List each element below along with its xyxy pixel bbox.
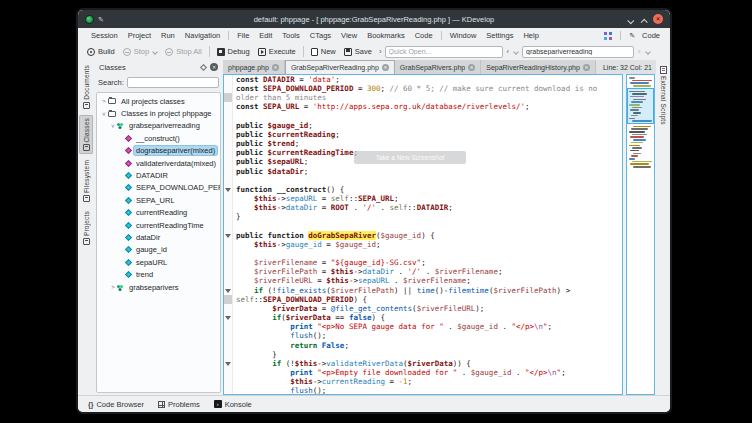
code-line[interactable]: $this->currentReading = -1; [224,377,622,386]
editor-tab-grabseparivers-php[interactable]: GrabSepaRivers.php✕ [395,60,481,74]
menu-item-help[interactable]: Help [518,31,543,40]
editor-tab-grabsepariverreading-php[interactable]: GrabSepaRiverReading.php✕ [285,60,395,74]
code-line[interactable]: if (!file_exists($riverFilePath) || time… [224,286,622,295]
fold-arrow-icon[interactable] [225,316,231,320]
menu-item-view[interactable]: View [336,31,362,40]
code-line[interactable]: public $gauge_id; [224,121,622,130]
code-line[interactable] [224,249,622,258]
editor-search-input[interactable] [522,46,634,58]
code-line[interactable] [224,222,622,231]
dock-tab-projects[interactable]: Projects [79,208,93,248]
dock-tab-filesystem[interactable]: Filesystem [79,157,93,205]
tree-item-all-projects-classes[interactable]: >All projects classes [97,95,220,107]
classes-search-input[interactable] [127,77,219,88]
code-line[interactable]: self::SEPA_DOWNLOAD_PERIOD) { [224,295,622,304]
fold-arrow-icon[interactable] [225,289,231,293]
tree-item-classes-in-project-phppage[interactable]: >Classes in project phppage [97,107,220,119]
code-line[interactable]: if (!$this->validateRiverData($riverData… [224,359,622,368]
menu-item-tools[interactable]: Tools [277,31,305,40]
chevron-down-icon[interactable] [513,49,519,55]
minimap-viewport[interactable] [627,88,654,124]
code-line[interactable]: $riverData = @file_get_contents($riverFi… [224,304,622,313]
tree-item-construct[interactable]: __construct() [97,132,220,144]
close-tab-icon[interactable]: ✕ [468,64,475,71]
fold-arrow-icon[interactable] [225,234,231,238]
minimize-button[interactable] [629,10,634,28]
dock-tab-documents[interactable]: Documents [79,62,93,112]
code-browser-button[interactable]: {}Code Browser [88,400,144,409]
code-line[interactable]: } [224,350,622,359]
quick-open-input[interactable] [385,46,503,58]
menu-item-ctags[interactable]: CTags [305,31,336,40]
editor-tab-separiverreadinghistory-php[interactable]: SepaRiverReadingHistory.php✕ [481,60,596,74]
code-line[interactable]: $this->gauge_id = $gauge_id; [224,240,622,249]
dock-tab-external-scripts[interactable]: External Scripts [656,64,670,127]
code-line[interactable]: $riverFilePath = $this->dataDir . '/' . … [224,267,622,276]
code-line[interactable]: flush(); [224,386,622,395]
expander-expanded-icon[interactable]: > [110,122,116,130]
code-line[interactable]: const SEPA_DOWNLOAD_PERIOD = 300; // 60 … [224,84,622,93]
menu-item-bookmarks[interactable]: Bookmarks [362,31,410,40]
code-line[interactable]: } [224,212,622,221]
menu-item-session[interactable]: Session [86,31,123,40]
code-line[interactable] [224,176,622,185]
close-tab-icon[interactable]: ✕ [272,64,279,71]
tree-item-trend[interactable]: trend [97,268,220,280]
expander-collapsed-icon[interactable]: > [109,284,117,290]
editor-tab-phppage-php[interactable]: phppage.php✕ [223,60,285,74]
maximize-button[interactable] [641,10,646,28]
menu-item-settings[interactable]: Settings [481,31,518,40]
code-line[interactable]: public $dataDir; [224,167,622,176]
tree-item-grabseparivers[interactable]: >grabseparivers [97,281,220,293]
code-line[interactable]: public $trend; [224,139,622,148]
menu-item-navigation[interactable]: Navigation [180,31,225,40]
stop-all-button[interactable]: Stop All [161,46,205,57]
debug-button[interactable]: Debug [213,46,254,57]
menu-item-code[interactable]: Code [410,31,438,40]
code-line[interactable]: if($riverData == false) { [224,313,622,322]
tree-item-gauge-id[interactable]: gauge_id [97,244,220,256]
code-line[interactable]: const DATADIR = 'data'; [224,75,622,84]
close-panel-button[interactable]: ✕ [210,63,218,71]
tree-item-currentreadingtime[interactable]: currentReadingTime [97,219,220,231]
problems-button[interactable]: Problems [158,400,200,409]
code-line[interactable]: const SEPA_URL = 'http://apps.sepa.org.u… [224,102,622,111]
execute-button[interactable]: Execute [254,46,300,57]
tree-item-sepa-url[interactable]: SEPA_URL [97,194,220,206]
new-button[interactable]: New [307,46,340,57]
save-button[interactable]: Save [340,46,376,57]
float-panel-icon[interactable] [200,63,207,70]
close-tab-icon[interactable]: ✕ [382,64,389,71]
code-area-button[interactable]: Code [640,31,662,40]
tree-item-validateriverdata-mixed[interactable]: validateriverdata(mixed) [97,157,220,169]
toolbar-overflow-button[interactable]: › [376,47,385,56]
code-editor[interactable]: const DATADIR = 'data';const SEPA_DOWNLO… [223,74,623,395]
search-next-button[interactable]: › [638,47,641,56]
code-line[interactable]: function __construct() { [224,185,622,194]
code-line[interactable] [224,112,622,121]
code-line[interactable]: $this->dataDir = ROOT . '/' . self::DATA… [224,203,622,212]
chevron-down-icon[interactable] [645,49,651,55]
expander-collapsed-icon[interactable]: > [100,98,108,104]
code-line[interactable]: $riverFileURL = $this->sepaURL . $riverF… [224,276,622,285]
expander-expanded-icon[interactable]: > [101,110,107,118]
minimap-scrollbar[interactable] [626,74,655,395]
titlebar[interactable]: ✎ default: phppage - [ phppage:GrabSepaR… [78,10,670,28]
code-line[interactable]: $this->sepaURL = self::SEPA_URL; [224,194,622,203]
code-line[interactable]: print "<p>No SEPA gauge data for " . $ga… [224,322,622,331]
menu-item-run[interactable]: Run [156,31,180,40]
menu-item-edit[interactable]: Edit [254,31,277,40]
code-line[interactable]: public $currentReading; [224,130,622,139]
tree-item-datadir[interactable]: DATADIR [97,169,220,181]
code-line[interactable]: public function doGrabSepaRiver($gauge_i… [224,231,622,240]
history-back-button[interactable]: ‹ [507,47,510,56]
code-line[interactable]: print "<p>Empty file downloaded for " . … [224,368,622,377]
close-tab-icon[interactable]: ✕ [583,64,590,71]
tree-item-datadir[interactable]: dataDir [97,231,220,243]
menu-item-file[interactable]: File [232,31,254,40]
code-line[interactable]: older than 5 minutes [224,93,622,102]
fold-arrow-icon[interactable] [225,188,231,192]
tree-item-dograbsepariver-mixed[interactable]: dograbsepariver(mixed) [97,145,220,157]
konsole-button[interactable]: ›Konsole [214,400,252,409]
tree-item-grabsepariverreading[interactable]: >grabsepariverreading [97,120,220,132]
